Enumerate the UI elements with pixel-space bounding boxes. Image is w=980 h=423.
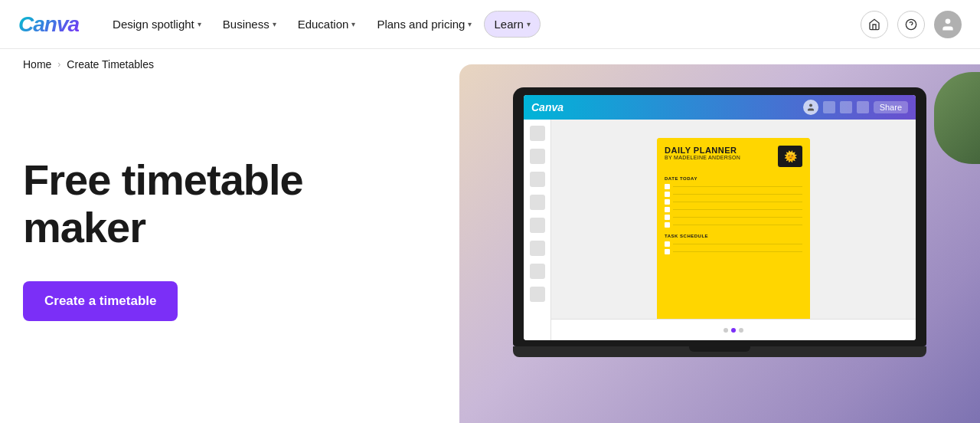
- planner-line-2: [665, 192, 802, 197]
- nav-item-education[interactable]: Education ▾: [289, 11, 365, 37]
- planner-title: DAILY PLANNER: [665, 146, 740, 155]
- hero-background: Canva Share: [459, 64, 980, 423]
- create-timetable-button[interactable]: Create a timetable: [23, 281, 178, 321]
- editor-logo: Canva: [531, 101, 564, 113]
- line-6: [673, 225, 802, 225]
- sidebar-icon-2: [530, 149, 545, 164]
- nav-item-design-spotlight[interactable]: Design spotlight ▾: [103, 11, 211, 37]
- planner-title-block: DAILY PLANNER BY MADELEINE ANDERSON: [665, 146, 740, 160]
- planner-line-6: [665, 222, 802, 228]
- help-icon-button[interactable]: [897, 11, 925, 38]
- checkbox-5: [665, 215, 670, 220]
- sidebar-icon-7: [530, 264, 545, 279]
- planner-date-lines: [665, 184, 802, 228]
- planner-sun-icon: 🌞: [784, 150, 797, 162]
- nav-item-learn[interactable]: Learn ▾: [484, 11, 540, 38]
- line-3: [673, 202, 802, 202]
- editor-user-avatar: [803, 100, 818, 115]
- editor-share-button[interactable]: Share: [874, 101, 908, 113]
- task-line-1: [665, 241, 802, 247]
- task-line-item-2: [673, 251, 802, 252]
- editor-bottombar: [551, 319, 916, 340]
- editor-topbar-right: Share: [803, 100, 908, 115]
- planner-header: DAILY PLANNER BY MADELEINE ANDERSON 🌞: [657, 138, 810, 172]
- nav-item-business[interactable]: Business ▾: [214, 11, 286, 37]
- svg-point-2: [946, 18, 951, 24]
- checkbox-1: [665, 184, 670, 189]
- task-line-item-1: [673, 244, 802, 244]
- checkbox-3: [665, 199, 670, 205]
- planner-icon-box: 🌞: [778, 146, 802, 167]
- navbar: Canva Design spotlight ▾ Business ▾ Educ…: [0, 0, 980, 49]
- planner-date-label: DATE TODAY: [665, 176, 802, 181]
- hero-title: Free timetable maker: [23, 156, 345, 251]
- planner-task-label: TASK SCHEDULE: [665, 234, 802, 238]
- laptop-mockup: Canva Share: [513, 87, 926, 357]
- breadcrumb-separator: ›: [57, 59, 60, 70]
- planner-divider: [665, 228, 802, 234]
- home-icon-button[interactable]: [861, 11, 888, 38]
- line-1: [673, 186, 802, 187]
- checkbox-4: [665, 207, 670, 212]
- sidebar-icon-1: [530, 126, 545, 141]
- task-checkbox-2: [665, 249, 670, 254]
- editor-page-dot-1: [724, 328, 728, 333]
- line-2: [673, 194, 802, 195]
- sidebar-icon-4: [530, 195, 545, 210]
- chevron-down-icon: ▾: [273, 20, 276, 28]
- line-5: [673, 217, 802, 218]
- editor-icon-3: [857, 101, 869, 113]
- editor-body: DAILY PLANNER BY MADELEINE ANDERSON 🌞: [524, 120, 916, 340]
- laptop-base: [513, 346, 926, 357]
- sidebar-icon-3: [530, 172, 545, 187]
- planner-line-5: [665, 215, 802, 220]
- planner-card: DAILY PLANNER BY MADELEINE ANDERSON 🌞: [657, 138, 810, 322]
- main-content: Free timetable maker Create a timetable …: [0, 80, 980, 423]
- svg-point-3: [809, 104, 812, 107]
- nav-item-plans-pricing[interactable]: Plans and pricing ▾: [368, 11, 481, 37]
- planner-task-lines: [665, 241, 802, 254]
- breadcrumb-current: Create Timetables: [67, 58, 154, 70]
- checkbox-6: [665, 222, 670, 228]
- planner-line-3: [665, 199, 802, 205]
- checkbox-2: [665, 192, 670, 197]
- editor-topbar: Canva Share: [524, 95, 916, 120]
- editor-icon-1: [823, 101, 835, 113]
- editor-icon-2: [840, 101, 852, 113]
- editor-page-dot-3: [739, 328, 743, 333]
- laptop-screen: Canva Share: [524, 95, 916, 340]
- nav-right-icons: [861, 11, 962, 38]
- laptop-screen-outer: Canva Share: [513, 87, 926, 346]
- editor-page-dot-2: [731, 328, 736, 333]
- nav-links: Design spotlight ▾ Business ▾ Education …: [103, 11, 861, 38]
- chevron-down-icon: ▾: [468, 20, 472, 28]
- breadcrumb-home[interactable]: Home: [23, 58, 51, 70]
- sidebar-icon-5: [530, 218, 545, 233]
- hero-text: Free timetable maker Create a timetable: [23, 110, 345, 321]
- editor-canvas: DAILY PLANNER BY MADELEINE ANDERSON 🌞: [551, 120, 916, 340]
- line-4: [673, 209, 802, 210]
- planner-line-4: [665, 207, 802, 212]
- leaf-decoration: [934, 72, 980, 164]
- sidebar-icon-6: [530, 241, 545, 256]
- task-line-2: [665, 249, 802, 254]
- chevron-down-icon: ▾: [198, 20, 201, 28]
- sidebar-icon-8: [530, 287, 545, 302]
- brand-logo[interactable]: Canva: [18, 12, 79, 37]
- planner-subtitle: BY MADELEINE ANDERSON: [665, 155, 740, 160]
- user-avatar[interactable]: [934, 11, 962, 38]
- chevron-down-icon: ▾: [351, 20, 355, 28]
- editor-sidebar: [524, 120, 551, 340]
- planner-line-1: [665, 184, 802, 189]
- chevron-down-icon: ▾: [527, 20, 531, 28]
- task-checkbox-1: [665, 241, 670, 247]
- planner-body: DATE TODAY: [657, 172, 810, 259]
- laptop-notch: [689, 346, 750, 352]
